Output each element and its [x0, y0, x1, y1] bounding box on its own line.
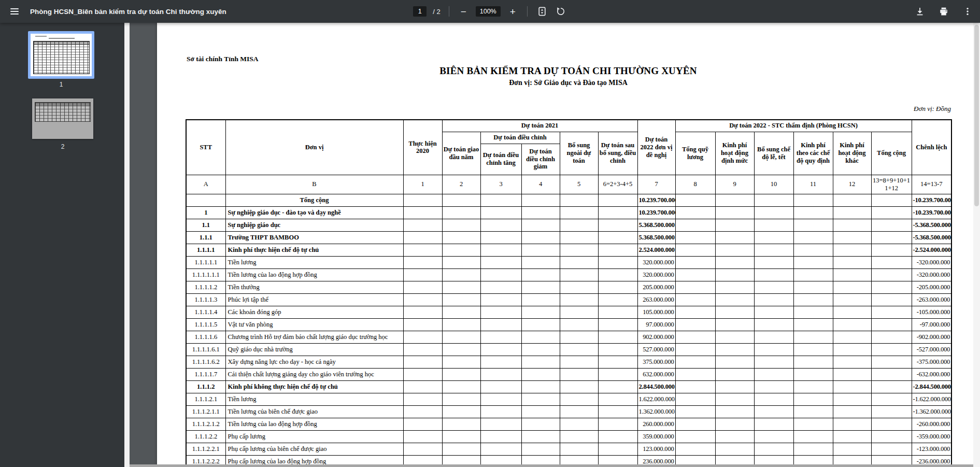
table-cell: [598, 306, 637, 318]
thumbnail-table-preview: [35, 102, 91, 122]
table-row: 1.1.1.2Kinh phí không thực hiện chế độ t…: [186, 380, 951, 393]
table-cell: [833, 380, 871, 393]
table-cell: [598, 231, 637, 244]
table-cell: [560, 231, 598, 244]
table-cell: [521, 393, 560, 405]
table-cell: [871, 231, 912, 244]
page-thumbnail-1[interactable]: [28, 31, 94, 79]
table-cell: [442, 281, 480, 293]
table-cell: [521, 405, 560, 418]
table-cell: [521, 430, 560, 443]
table-cell: [754, 281, 793, 293]
table-cell: [833, 219, 871, 231]
rotate-icon[interactable]: [555, 5, 567, 18]
table-cell: [521, 306, 560, 318]
table-cell: [480, 281, 521, 293]
table-cell: 375.000.000: [637, 356, 675, 368]
table-cell: -260.000.000: [912, 418, 951, 430]
table-cell: [403, 356, 442, 368]
table-cell: [871, 380, 912, 393]
menu-icon[interactable]: [8, 6, 21, 17]
table-cell: [442, 306, 480, 318]
table-cell: [715, 194, 754, 206]
table-cell: [675, 430, 715, 443]
table-cell: 1.1.1.2.2.1: [186, 443, 225, 455]
more-options-icon[interactable]: [961, 5, 974, 18]
table-cell: [675, 318, 715, 331]
table-cell: [442, 331, 480, 343]
table-cell: [521, 206, 560, 219]
table-cell: [442, 219, 480, 231]
table-cell: [793, 281, 833, 293]
table-row: 1.1.1.1.3Phúc lợi tập thể263.000.000-263…: [186, 293, 951, 306]
table-cell: [715, 356, 754, 368]
download-icon[interactable]: [914, 5, 926, 18]
table-cell: Tiền thưởng: [225, 281, 403, 293]
table-cell: [793, 343, 833, 356]
page-thumbnail-2[interactable]: [32, 98, 93, 139]
table-cell: 1.362.000.000: [637, 405, 675, 418]
table-cell: [754, 268, 793, 281]
toolbar-document-title: Phòng HCSN_Biên bản kiểm tra dự toán Chi…: [30, 8, 226, 16]
table-cell: [754, 331, 793, 343]
table-cell: [833, 343, 871, 356]
zoom-in-button[interactable]: +: [507, 6, 519, 18]
table-cell: [715, 231, 754, 244]
table-cell: [715, 405, 754, 418]
sidebar-scrollbar[interactable]: [124, 23, 130, 467]
table-cell: 359.000.000: [637, 430, 675, 443]
table-cell: 10.239.700.000: [637, 206, 675, 219]
table-cell: [833, 405, 871, 418]
zoom-out-button[interactable]: −: [458, 6, 470, 18]
table-row: 1.1.1.1.4Các khoản đóng góp105.000.000-1…: [186, 306, 951, 318]
table-cell: [480, 306, 521, 318]
table-cell: [560, 306, 598, 318]
table-cell: [871, 405, 912, 418]
table-cell: [715, 318, 754, 331]
table-cell: [598, 331, 637, 343]
table-cell: -5.368.500.000: [912, 219, 951, 231]
vertical-scrollbar-thumb[interactable]: [974, 25, 979, 206]
toolbar-divider: [527, 6, 528, 17]
table-cell: [521, 194, 560, 206]
table-cell: [754, 194, 793, 206]
table-cell: [598, 443, 637, 455]
vertical-scrollbar[interactable]: [973, 23, 980, 467]
table-cell: [793, 268, 833, 281]
table-cell: [560, 194, 598, 206]
table-cell: [754, 405, 793, 418]
table-cell: [675, 418, 715, 430]
table-row: 1.1.1.1Kinh phí thực hiện chế độ tự chủ2…: [186, 244, 951, 256]
horizontal-scrollbar[interactable]: [130, 464, 973, 467]
header-kp-dinh-muc: Kinh phí hoạt động định mức: [715, 132, 754, 175]
table-cell: Phụ cấp lương của biên chế được giao: [225, 443, 403, 455]
table-cell: [793, 293, 833, 306]
table-cell: [403, 331, 442, 343]
table-cell: [480, 244, 521, 256]
table-cell: [871, 194, 912, 206]
column-number: 12: [833, 175, 871, 194]
table-cell: [480, 405, 521, 418]
header-tong-cong: Tổng cộng: [871, 132, 912, 175]
table-cell: -1.622.000.000: [912, 393, 951, 405]
header-kp-khac: Kinh phí hoạt động khác: [833, 132, 871, 175]
page-number-input[interactable]: 1: [413, 6, 427, 17]
fit-page-icon[interactable]: [536, 5, 548, 18]
table-cell: [403, 430, 442, 443]
zoom-level-display[interactable]: 100%: [476, 6, 501, 17]
table-cell: [871, 443, 912, 455]
table-cell: [793, 393, 833, 405]
print-icon[interactable]: [938, 5, 950, 18]
table-cell: [403, 443, 442, 455]
table-cell: [480, 343, 521, 356]
table-cell: [793, 418, 833, 430]
table-cell: 1.1.1.1.3: [186, 293, 225, 306]
table-cell: [560, 293, 598, 306]
table-cell: 1.1.1.2.2: [186, 430, 225, 443]
table-cell: -263.000.000: [912, 293, 951, 306]
table-cell: [598, 343, 637, 356]
table-cell: [560, 368, 598, 380]
table-cell: [754, 318, 793, 331]
table-cell: Các khoản đóng góp: [225, 306, 403, 318]
table-cell: [793, 194, 833, 206]
